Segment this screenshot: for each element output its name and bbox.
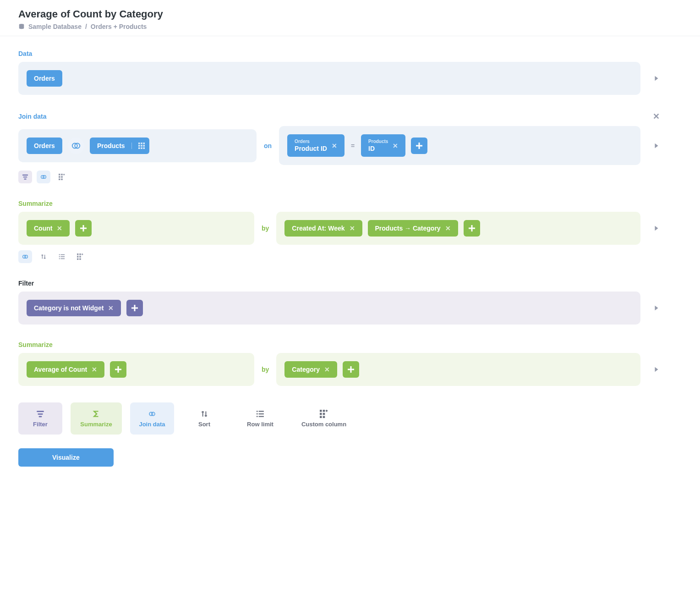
- remove-filter-icon[interactable]: ✕: [108, 304, 114, 312]
- svg-rect-59: [259, 416, 264, 417]
- filter-icon: [36, 410, 44, 418]
- svg-rect-44: [131, 308, 138, 309]
- add-rowlimit-step-button[interactable]: [55, 250, 69, 263]
- svg-rect-61: [323, 410, 325, 412]
- join-left-table-chip[interactable]: Orders: [27, 138, 62, 154]
- add-groupby-button[interactable]: [343, 361, 359, 378]
- preview-chevron-icon[interactable]: [653, 366, 660, 373]
- svg-rect-32: [60, 254, 65, 255]
- summarize-section-2-label: Summarize: [18, 341, 660, 348]
- svg-rect-13: [416, 145, 422, 146]
- preview-chevron-icon[interactable]: [653, 75, 660, 82]
- join-equals: =: [350, 142, 355, 149]
- svg-rect-65: [323, 416, 325, 418]
- join-on-connector: on: [262, 142, 273, 149]
- add-join-step-button[interactable]: [18, 250, 32, 263]
- summarize-step-actions: [18, 250, 660, 263]
- groupby-category-chip[interactable]: Products → Category ✕: [368, 220, 458, 237]
- svg-point-56: [257, 413, 258, 414]
- svg-point-54: [257, 410, 258, 412]
- join-venn-icon: [71, 141, 81, 151]
- remove-groupby-icon[interactable]: ✕: [324, 366, 330, 373]
- summarize-by-connector: by: [260, 366, 271, 373]
- plus-icon: [80, 225, 87, 232]
- add-join-step-button[interactable]: [37, 171, 50, 183]
- join-condition-panel: Orders Product ID ✕ = Products ID ✕: [279, 126, 640, 165]
- remove-left-column-icon[interactable]: ✕: [332, 142, 337, 149]
- add-groupby-button[interactable]: [464, 220, 480, 237]
- svg-rect-37: [77, 253, 79, 255]
- page-header: Average of Count by Category Sample Data…: [0, 0, 700, 36]
- add-filter-step-button[interactable]: [18, 171, 32, 183]
- action-rowlimit-button[interactable]: Row limit: [235, 402, 286, 435]
- filter-panel: Category is not Widget ✕: [18, 292, 640, 325]
- add-sort-step-button[interactable]: [37, 250, 50, 263]
- data-panel: Orders: [18, 62, 640, 95]
- join-right-column-chip[interactable]: Products ID ✕: [361, 134, 405, 157]
- svg-rect-42: [79, 259, 81, 260]
- join-type-button[interactable]: [68, 138, 84, 154]
- action-join-button[interactable]: Join data: [130, 402, 174, 435]
- svg-rect-21: [59, 176, 60, 178]
- join-left-column-chip[interactable]: Orders Product ID ✕: [287, 134, 345, 157]
- grid-plus-icon: [77, 253, 83, 260]
- preview-chevron-icon[interactable]: [653, 225, 660, 231]
- grid-plus-icon: [320, 410, 328, 418]
- list-icon: [256, 410, 264, 418]
- join-columns-icon[interactable]: [131, 143, 145, 149]
- filter-condition-chip[interactable]: Category is not Widget ✕: [27, 300, 121, 316]
- join-tables-panel: Orders Products: [18, 129, 257, 162]
- svg-point-31: [59, 254, 60, 255]
- data-source-chip[interactable]: Orders: [27, 70, 62, 87]
- svg-rect-48: [348, 369, 354, 370]
- remove-aggregation-icon[interactable]: ✕: [57, 225, 62, 232]
- svg-rect-60: [320, 410, 322, 412]
- summarize-section-2: Summarize Average of Count ✕ by Category…: [18, 341, 660, 386]
- sigma-icon: [92, 410, 100, 418]
- aggregation-avg-chip[interactable]: Average of Count ✕: [27, 361, 104, 378]
- remove-groupby-icon[interactable]: ✕: [445, 225, 451, 232]
- preview-chevron-icon[interactable]: [653, 143, 660, 149]
- join-right-table-chip[interactable]: Products: [90, 138, 149, 154]
- groupby-createdat-chip[interactable]: Created At: Week ✕: [284, 220, 362, 237]
- breadcrumb-tables[interactable]: Orders + Products: [91, 23, 147, 30]
- svg-rect-19: [59, 174, 60, 176]
- action-sort-button[interactable]: Sort: [182, 402, 226, 435]
- groupby-panel-1: Created At: Week ✕ Products → Category ✕: [276, 212, 640, 245]
- svg-rect-10: [141, 147, 142, 149]
- action-filter-button[interactable]: Filter: [18, 402, 62, 435]
- svg-rect-50: [38, 413, 43, 414]
- aggregation-count-chip[interactable]: Count ✕: [27, 220, 70, 237]
- visualize-button[interactable]: Visualize: [18, 448, 114, 467]
- summarize-section-1-label: Summarize: [18, 200, 660, 207]
- remove-aggregation-icon[interactable]: ✕: [92, 366, 97, 373]
- add-filter-button[interactable]: [126, 300, 143, 316]
- groupby-category-chip[interactable]: Category ✕: [284, 361, 337, 378]
- remove-join-icon[interactable]: ✕: [653, 111, 660, 121]
- svg-rect-5: [143, 143, 145, 144]
- svg-rect-11: [143, 147, 145, 149]
- preview-chevron-icon[interactable]: [653, 305, 660, 311]
- action-summarize-button[interactable]: Summarize: [71, 402, 122, 435]
- action-custom-column-button[interactable]: Custom column: [294, 402, 354, 435]
- svg-rect-40: [79, 256, 81, 258]
- add-aggregation-button[interactable]: [75, 220, 92, 237]
- join-step-actions: [18, 171, 660, 183]
- join-venn-icon: [148, 410, 156, 418]
- breadcrumb[interactable]: Sample Database / Orders + Products: [18, 23, 682, 30]
- add-aggregation-button[interactable]: [110, 361, 126, 378]
- svg-rect-46: [115, 369, 121, 370]
- database-icon: [18, 23, 25, 30]
- data-section: Data Orders: [18, 50, 660, 95]
- remove-right-column-icon[interactable]: ✕: [393, 142, 398, 149]
- svg-rect-51: [39, 416, 42, 417]
- breadcrumb-database[interactable]: Sample Database: [28, 23, 82, 30]
- add-join-condition-button[interactable]: [411, 138, 427, 154]
- add-custom-column-step-button[interactable]: [73, 250, 87, 263]
- svg-point-58: [257, 416, 258, 417]
- remove-groupby-icon[interactable]: ✕: [350, 225, 355, 232]
- svg-rect-20: [61, 174, 63, 176]
- svg-rect-16: [24, 179, 26, 180]
- add-custom-column-step-button[interactable]: [55, 171, 69, 183]
- svg-rect-22: [61, 176, 63, 178]
